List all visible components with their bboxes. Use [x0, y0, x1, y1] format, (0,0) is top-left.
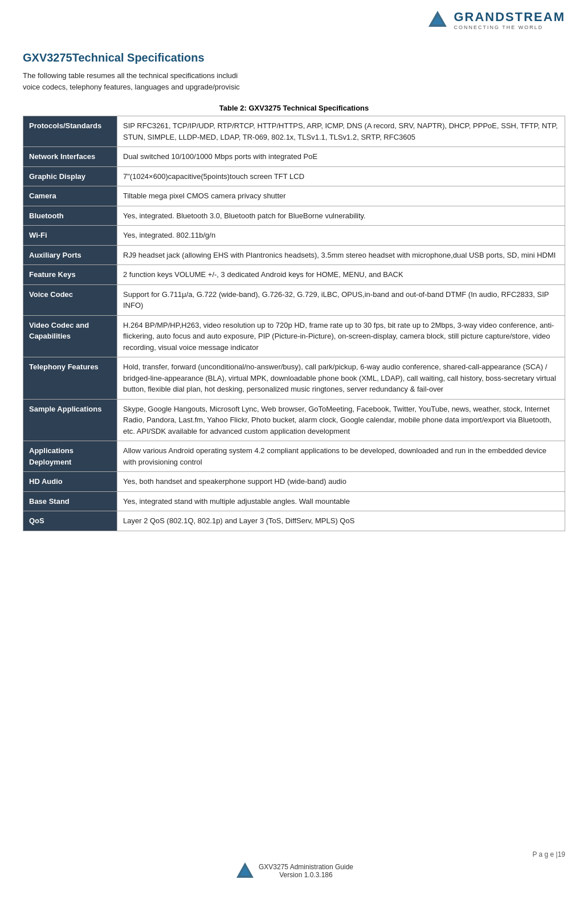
table-row: Applications DeploymentAllow various And…	[23, 441, 565, 472]
row-value: Dual switched 10/100/1000 Mbps ports wit…	[117, 147, 565, 167]
row-value: SIP RFC3261, TCP/IP/UDP, RTP/RTCP, HTTP/…	[117, 116, 565, 147]
footer-version: Version 1.0.3.186	[259, 871, 353, 879]
table-row: Base StandYes, integrated stand with mul…	[23, 491, 565, 511]
row-label: Auxiliary Ports	[23, 245, 117, 265]
row-label: Wi-Fi	[23, 226, 117, 246]
page-number: P a g e |19	[532, 850, 565, 858]
grandstream-logo-icon	[426, 9, 449, 31]
specifications-table: Protocols/StandardsSIP RFC3261, TCP/IP/U…	[23, 116, 565, 531]
row-label: Protocols/Standards	[23, 116, 117, 147]
row-label: HD Audio	[23, 472, 117, 492]
row-label: Applications Deployment	[23, 441, 117, 472]
row-value: 2 function keys VOLUME +/-, 3 dedicated …	[117, 265, 565, 285]
row-value: 7"(1024×600)capacitive(5points)touch scr…	[117, 166, 565, 186]
table-row: Network InterfacesDual switched 10/100/1…	[23, 147, 565, 167]
row-value: Tiltable mega pixel CMOS camera privacy …	[117, 186, 565, 206]
row-value: Yes, integrated. Bluetooth 3.0, Bluetoot…	[117, 206, 565, 226]
row-value: Layer 2 QoS (802.1Q, 802.1p) and Layer 3…	[117, 511, 565, 531]
table-row: Sample ApplicationsSkype, Google Hangout…	[23, 399, 565, 441]
row-value: Hold, transfer, forward (unconditional/n…	[117, 357, 565, 400]
row-value: Yes, integrated. 802.11b/g/n	[117, 226, 565, 246]
intro-text: The following table resumes all the tech…	[23, 70, 565, 92]
footer: GXV3275 Administration Guide Version 1.0…	[0, 861, 588, 881]
row-value: Support for G.711μ/a, G.722 (wide-band),…	[117, 284, 565, 315]
footer-guide-title: GXV3275 Administration Guide	[259, 863, 353, 871]
row-label: Graphic Display	[23, 166, 117, 186]
table-row: Graphic Display7"(1024×600)capacitive(5p…	[23, 166, 565, 186]
table-row: HD AudioYes, both handset and speakerpho…	[23, 472, 565, 492]
row-label: Sample Applications	[23, 399, 117, 441]
table-caption: Table 2: GXV3275 Technical Specification…	[23, 104, 565, 112]
table-row: BluetoothYes, integrated. Bluetooth 3.0,…	[23, 206, 565, 226]
table-row: Feature Keys2 function keys VOLUME +/-, …	[23, 265, 565, 285]
row-value: Yes, both handset and speakerphone suppo…	[117, 472, 565, 492]
row-value: RJ9 headset jack (allowing EHS with Plan…	[117, 245, 565, 265]
logo-brand-name: GRANDSTREAM	[454, 10, 565, 25]
row-value: Allow various Android operating system 4…	[117, 441, 565, 472]
table-row: Video Codec and CapabilitiesH.264 BP/MP/…	[23, 315, 565, 357]
row-value: H.264 BP/MP/HP,H263, video resolution up…	[117, 315, 565, 357]
row-label: Voice Codec	[23, 284, 117, 315]
logo-tagline: CONNECTING THE WORLD	[454, 25, 565, 30]
row-label: Bluetooth	[23, 206, 117, 226]
table-row: CameraTiltable mega pixel CMOS camera pr…	[23, 186, 565, 206]
row-value: Yes, integrated stand with multiple adju…	[117, 491, 565, 511]
row-label: Base Stand	[23, 491, 117, 511]
logo-area: GRANDSTREAM CONNECTING THE WORLD	[426, 9, 565, 31]
row-label: Camera	[23, 186, 117, 206]
row-label: Telephony Features	[23, 357, 117, 400]
table-row: Auxiliary PortsRJ9 headset jack (allowin…	[23, 245, 565, 265]
table-row: Wi-FiYes, integrated. 802.11b/g/n	[23, 226, 565, 246]
footer-logo-icon	[235, 861, 255, 881]
table-row: Telephony FeaturesHold, transfer, forwar…	[23, 357, 565, 400]
row-label: Network Interfaces	[23, 147, 117, 167]
row-label: Video Codec and Capabilities	[23, 315, 117, 357]
table-row: QoSLayer 2 QoS (802.1Q, 802.1p) and Laye…	[23, 511, 565, 531]
page-title: GXV3275Technical Specifications	[23, 51, 565, 64]
table-row: Protocols/StandardsSIP RFC3261, TCP/IP/U…	[23, 116, 565, 147]
table-row: Voice CodecSupport for G.711μ/a, G.722 (…	[23, 284, 565, 315]
row-label: QoS	[23, 511, 117, 531]
row-value: Skype, Google Hangouts, Microsoft Lync, …	[117, 399, 565, 441]
row-label: Feature Keys	[23, 265, 117, 285]
